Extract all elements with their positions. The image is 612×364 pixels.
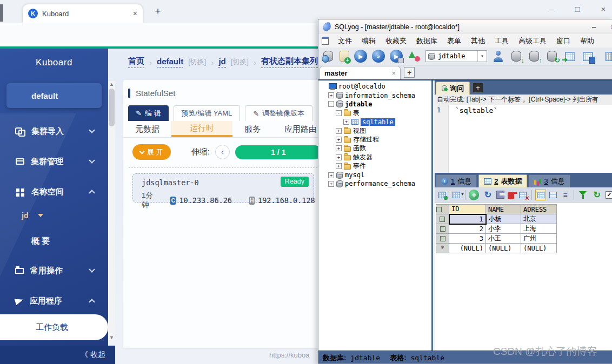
grid-cell[interactable]: 3 — [449, 234, 486, 244]
grid-header-NAME[interactable]: NAME — [486, 205, 521, 214]
checkbox-icon[interactable] — [440, 236, 445, 241]
text-view-icon[interactable]: ≡ — [560, 190, 571, 200]
tree-expander-icon[interactable]: + — [336, 145, 342, 151]
table-more-icon[interactable] — [599, 50, 612, 63]
tree-item-jdtable[interactable]: -jdtable — [318, 100, 431, 109]
result-tab-信息[interactable]: i1 信息 — [436, 174, 477, 187]
sidebar-item-集群导入[interactable]: 集群导入 — [0, 123, 108, 139]
user-manager-icon[interactable] — [492, 50, 505, 63]
menu-编辑[interactable]: 编辑 — [357, 36, 381, 46]
sidebar-item-应用程序[interactable]: 应用程序 — [0, 293, 108, 309]
tree-item-事件[interactable]: +事件 — [318, 162, 431, 171]
result-tab-信息[interactable]: 3 信息 — [529, 174, 570, 187]
table-row[interactable]: 1小杨北京 — [436, 214, 557, 224]
tree-expander-icon[interactable]: - — [336, 110, 342, 116]
browser-minimize-button[interactable]: – — [546, 4, 557, 14]
restore-database-icon[interactable]: ↑ — [528, 50, 541, 63]
delete-row-icon[interactable] — [508, 192, 514, 199]
browser-tab-kuboard[interactable]: K Kuboard × — [23, 4, 143, 23]
tree-item-触发器[interactable]: +触发器 — [318, 153, 431, 161]
editor-code[interactable]: `sqltable` — [455, 106, 497, 114]
tree-item-表[interactable]: -表 — [318, 109, 431, 117]
grid-cell[interactable]: 上海 — [521, 224, 557, 234]
tree-item-mysql[interactable]: +mysql — [318, 171, 431, 179]
breadcrumb-link-首页[interactable]: 首页 — [128, 56, 144, 68]
breadcrumb-switch-badge[interactable]: [切换] — [231, 57, 249, 67]
breadcrumb-link-有状态副本集列[interactable]: 有状态副本集列 — [261, 56, 318, 68]
new-tab-button[interactable]: + — [151, 5, 164, 18]
add-row-icon[interactable]: + — [469, 190, 480, 200]
chevron-down-icon[interactable]: ▾ — [477, 51, 487, 62]
tree-expander-icon[interactable]: + — [343, 119, 349, 125]
form-view-icon[interactable] — [549, 192, 557, 198]
execute-all-icon[interactable]: » — [372, 50, 385, 63]
breadcrumb-link-default[interactable]: default — [157, 57, 183, 68]
sidebar-item-名称空间[interactable]: 名称空间 — [0, 184, 108, 200]
tree-expander-icon[interactable]: + — [328, 181, 334, 187]
tree-expander-icon[interactable]: + — [336, 154, 342, 160]
sidebar-collapse-button[interactable]: 《 收起 — [0, 346, 115, 364]
tree-item-视图[interactable]: +视图 — [318, 126, 431, 135]
page-footer-link[interactable]: https://kuboa — [269, 351, 309, 359]
grid-cell[interactable]: 小杨 — [486, 214, 521, 224]
grid-cell[interactable]: (NULL) — [449, 244, 486, 253]
tree-item-information_schema[interactable]: +information_schema — [318, 91, 431, 99]
sidebar-scrollbar[interactable]: ▲ ▼ — [108, 81, 115, 341]
browser-maximize-button[interactable]: □ — [572, 4, 583, 14]
mdi-document-icon[interactable] — [322, 37, 329, 45]
save-changes-icon[interactable] — [496, 191, 504, 199]
tab-close-icon[interactable]: × — [133, 9, 137, 18]
action-tab-编 辑[interactable]: ✎编 辑 — [128, 105, 169, 121]
empty-table-icon[interactable] — [517, 190, 528, 200]
checkbox-icon[interactable] — [440, 217, 445, 222]
new-connection-icon[interactable] — [322, 50, 335, 63]
menu-其他[interactable]: 其他 — [466, 36, 490, 46]
table-row[interactable]: 3小王广州 — [436, 234, 557, 244]
grid-cell[interactable]: 小李 — [486, 224, 521, 234]
row-select-cell[interactable] — [436, 214, 449, 224]
menu-窗口[interactable]: 窗口 — [551, 36, 575, 46]
menu-数据库[interactable]: 数据库 — [411, 36, 442, 46]
table-row[interactable]: *(NULL)(NULL)(NULL) — [436, 244, 557, 253]
tree-expander-icon[interactable]: + — [336, 137, 342, 143]
tree-expander-icon[interactable]: + — [336, 163, 342, 169]
sidebar-item-常用操作[interactable]: 常用操作 — [0, 262, 108, 279]
grid-cell[interactable]: 北京 — [521, 214, 557, 224]
copy-table-icon[interactable] — [563, 50, 576, 63]
query-tab[interactable]: 询问 — [436, 82, 470, 95]
scroll-up-icon[interactable]: ▲ — [108, 81, 115, 88]
refresh-rows-icon[interactable]: ↻ — [482, 190, 493, 200]
sqlyog-minimize-button[interactable]: – — [592, 23, 596, 31]
filter-icon[interactable] — [577, 190, 588, 200]
row-select-cell[interactable] — [436, 234, 449, 244]
backup-database-icon[interactable]: ↓ — [510, 50, 523, 63]
connection-tab-close-icon[interactable]: × — [391, 69, 396, 77]
tab-服务[interactable]: 服务 — [232, 121, 272, 137]
tree-expander-icon[interactable]: + — [328, 92, 334, 98]
breadcrumb-switch-badge[interactable]: [切换] — [188, 57, 206, 67]
tree-expander-icon[interactable]: + — [336, 128, 342, 134]
row-select-cell[interactable] — [436, 224, 449, 234]
grid-header-ID[interactable]: ID — [449, 205, 486, 214]
sqlyog-titlebar[interactable]: SQLyog - [master/jdtable - root@localdo*… — [318, 19, 612, 34]
insert-row-icon[interactable] — [437, 190, 448, 200]
grid-cell[interactable]: 小王 — [486, 234, 521, 244]
pod-name[interactable]: jdsqlmaster-0 — [142, 178, 199, 187]
tree-item-root@localdo[interactable]: root@localdo — [318, 82, 431, 91]
grid-cell[interactable]: 广州 — [521, 234, 557, 244]
sql-editor[interactable]: 1 `sqltable` — [435, 105, 612, 173]
menu-收藏夹[interactable]: 收藏夹 — [381, 36, 411, 46]
grid-header-ADRESS[interactable]: ADRESS — [521, 205, 557, 214]
refresh-grid-icon[interactable]: ↻ — [591, 190, 602, 200]
menu-表单[interactable]: 表单 — [442, 36, 466, 46]
database-selector[interactable]: jdtable▾ — [425, 50, 487, 62]
grid-cell[interactable]: (NULL) — [486, 244, 521, 253]
checkbox-icon[interactable] — [440, 226, 445, 232]
new-query-tab-button[interactable]: + — [473, 83, 483, 93]
menu-文件[interactable]: 文件 — [333, 36, 357, 46]
scrollbar-thumb[interactable] — [109, 89, 115, 126]
export-row-icon[interactable] — [451, 190, 462, 200]
limit-checkbox-icon[interactable]: ✓ — [606, 191, 612, 199]
execute-to-table-icon[interactable]: ▶ — [390, 50, 403, 63]
grid-cell[interactable]: 2 — [449, 224, 486, 234]
